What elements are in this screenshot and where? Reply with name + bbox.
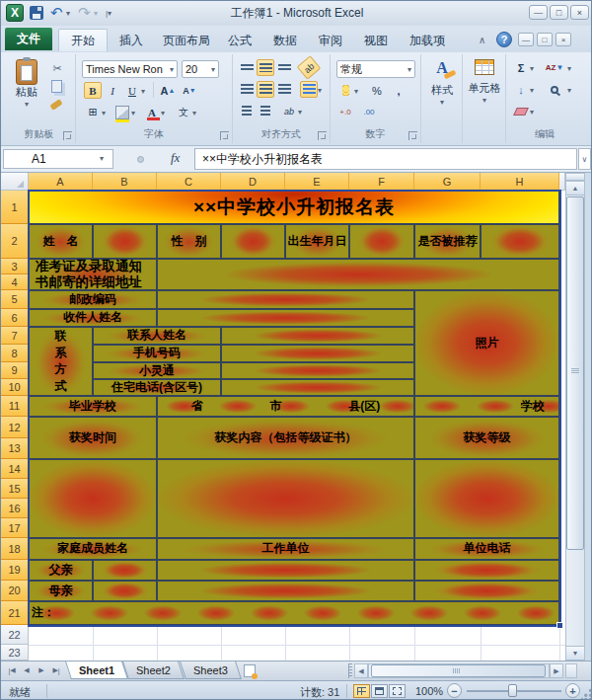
- cell-home-phone-label[interactable]: 住宅电话(含区号): [93, 379, 221, 396]
- clear-dropdown-icon[interactable]: ▾: [530, 108, 534, 117]
- ribbon-close-button[interactable]: ×: [555, 33, 571, 46]
- cell-mother-phone-value[interactable]: [414, 581, 559, 601]
- save-button[interactable]: [30, 6, 43, 20]
- font-color-dropdown-icon[interactable]: ▾: [161, 109, 165, 117]
- formula-expand-icon[interactable]: ∨: [578, 148, 591, 170]
- row-header-18[interactable]: 18: [1, 538, 29, 560]
- align-right-icon[interactable]: [275, 81, 293, 98]
- undo-button[interactable]: ↶: [50, 4, 63, 22]
- cut-icon[interactable]: ✂: [48, 60, 66, 77]
- alignment-dialog-launcher-icon[interactable]: [318, 131, 327, 140]
- minimize-button[interactable]: —: [529, 5, 548, 20]
- cell-birth-label[interactable]: 出生年月日: [285, 224, 349, 259]
- underline-button[interactable]: U: [123, 82, 141, 99]
- tab-split-handle[interactable]: [348, 663, 352, 678]
- increase-indent-icon[interactable]: [257, 103, 274, 119]
- format-painter-icon[interactable]: [49, 99, 62, 111]
- redo-dropdown-icon[interactable]: ▾: [94, 9, 98, 18]
- copy-icon[interactable]: [51, 80, 62, 93]
- cell-mobile-value[interactable]: [221, 345, 414, 362]
- zoom-slider-thumb[interactable]: [508, 684, 517, 697]
- wrap-dropdown-icon[interactable]: ▾: [298, 108, 302, 117]
- cell-award-content-value[interactable]: [157, 459, 414, 538]
- cell-grad-school-label[interactable]: 毕业学校: [29, 396, 157, 417]
- font-dialog-launcher-icon[interactable]: [220, 131, 229, 140]
- cell-recommend-label[interactable]: 是否被推荐: [414, 224, 481, 259]
- cell-mother-name-value[interactable]: [93, 581, 157, 601]
- cell-phs-value[interactable]: [221, 362, 414, 379]
- name-box-dropdown-icon[interactable]: ▾: [100, 154, 104, 163]
- underline-dropdown-icon[interactable]: ▾: [141, 87, 145, 96]
- cell-name-value[interactable]: [93, 224, 157, 259]
- clear-icon[interactable]: [512, 103, 530, 119]
- col-header-H[interactable]: H: [481, 173, 559, 191]
- phonetic-dropdown-icon[interactable]: ▾: [192, 109, 196, 117]
- cell-address-value[interactable]: [157, 259, 559, 290]
- qat-customize-button[interactable]: |▾: [106, 9, 111, 18]
- prev-sheet-icon[interactable]: ◀: [20, 663, 34, 677]
- cell-contact-name-label[interactable]: 联系人姓名: [93, 327, 221, 345]
- align-middle-icon[interactable]: [257, 59, 274, 76]
- col-header-G[interactable]: G: [414, 173, 481, 191]
- cell-father-phone-value[interactable]: [414, 560, 559, 581]
- wrap-text-button[interactable]: ab: [280, 103, 298, 119]
- align-center-icon[interactable]: [257, 81, 274, 98]
- cells-button[interactable]: 单元格 ▾: [465, 58, 504, 125]
- row-header-12[interactable]: 12: [1, 417, 29, 438]
- tab-view[interactable]: 视图: [352, 30, 400, 52]
- row-header-9[interactable]: 9: [1, 362, 29, 379]
- zoom-level[interactable]: 100%: [415, 685, 443, 697]
- shrink-font-button[interactable]: A▼: [181, 82, 198, 99]
- cell-family-label[interactable]: 家庭成员姓名: [29, 538, 157, 560]
- autosum-dropdown-icon[interactable]: ▾: [530, 64, 534, 73]
- cell-birth-value[interactable]: [349, 224, 414, 259]
- zoom-out-button[interactable]: −: [447, 683, 462, 698]
- next-sheet-icon[interactable]: ▶: [35, 663, 48, 677]
- align-top-icon[interactable]: [238, 59, 256, 76]
- cell-province-city-county[interactable]: 省 市 县(区): [157, 396, 414, 417]
- zoom-in-button[interactable]: +: [565, 683, 580, 698]
- find-dropdown-icon[interactable]: ▾: [567, 86, 571, 95]
- currency-format-icon[interactable]: [336, 82, 354, 99]
- row-header-13[interactable]: 13: [1, 438, 29, 459]
- tab-insert[interactable]: 插入: [108, 30, 155, 52]
- cell-name-label[interactable]: 姓 名: [29, 224, 93, 259]
- hscroll-left-icon[interactable]: ◀: [354, 663, 368, 678]
- page-break-view-icon[interactable]: [389, 684, 406, 698]
- borders-dropdown-icon[interactable]: ▾: [102, 109, 106, 117]
- ribbon-minimize-button[interactable]: —: [518, 33, 534, 46]
- hscroll-right-icon[interactable]: ▶: [550, 663, 563, 678]
- cell-recipient-value[interactable]: [157, 309, 414, 327]
- number-dialog-launcher-icon[interactable]: [408, 131, 417, 140]
- row-header-15[interactable]: 15: [1, 479, 29, 499]
- row-header-10[interactable]: 10: [1, 379, 29, 396]
- number-format-select[interactable]: 常规▾: [336, 60, 415, 78]
- comma-style-icon[interactable]: ,: [390, 82, 407, 99]
- styles-button[interactable]: A 样式 ▾: [424, 58, 460, 125]
- tab-review[interactable]: 审阅: [307, 30, 354, 52]
- align-left-icon[interactable]: [238, 81, 256, 98]
- clipboard-dialog-launcher-icon[interactable]: [63, 131, 72, 140]
- fill-icon[interactable]: ↓: [512, 81, 530, 98]
- cell-gender-label[interactable]: 性 别: [157, 224, 221, 259]
- page-layout-view-icon[interactable]: [371, 684, 388, 698]
- first-sheet-icon[interactable]: |◀: [5, 663, 19, 677]
- scroll-up-icon[interactable]: ▲: [565, 181, 585, 195]
- row-header-22[interactable]: 22: [1, 625, 29, 645]
- redo-button[interactable]: ↷: [78, 4, 91, 22]
- vertical-split-handle[interactable]: [565, 173, 585, 181]
- cell-father-name-value[interactable]: [93, 560, 157, 581]
- font-name-select[interactable]: Times New Ron▾: [82, 60, 178, 78]
- cell-mobile-label[interactable]: 手机号码: [93, 345, 221, 362]
- sheet-tab-3[interactable]: Sheet3: [180, 661, 242, 679]
- sort-filter-icon[interactable]: AZ▼: [546, 59, 563, 76]
- cell-award-level-label[interactable]: 获奖等级: [414, 417, 559, 459]
- row-header-14[interactable]: 14: [1, 459, 29, 479]
- cell-postal-label[interactable]: 邮政编码: [29, 290, 157, 309]
- cell-address-label[interactable]: 准考证及录取通知书邮寄的详细地址: [29, 259, 157, 290]
- cell-school-label[interactable]: 学校: [414, 396, 559, 417]
- tab-home[interactable]: 开始: [58, 29, 108, 51]
- cell-award-level-value[interactable]: [414, 459, 559, 538]
- sort-dropdown-icon[interactable]: ▾: [567, 64, 571, 73]
- tab-page-layout[interactable]: 页面布局: [151, 30, 222, 52]
